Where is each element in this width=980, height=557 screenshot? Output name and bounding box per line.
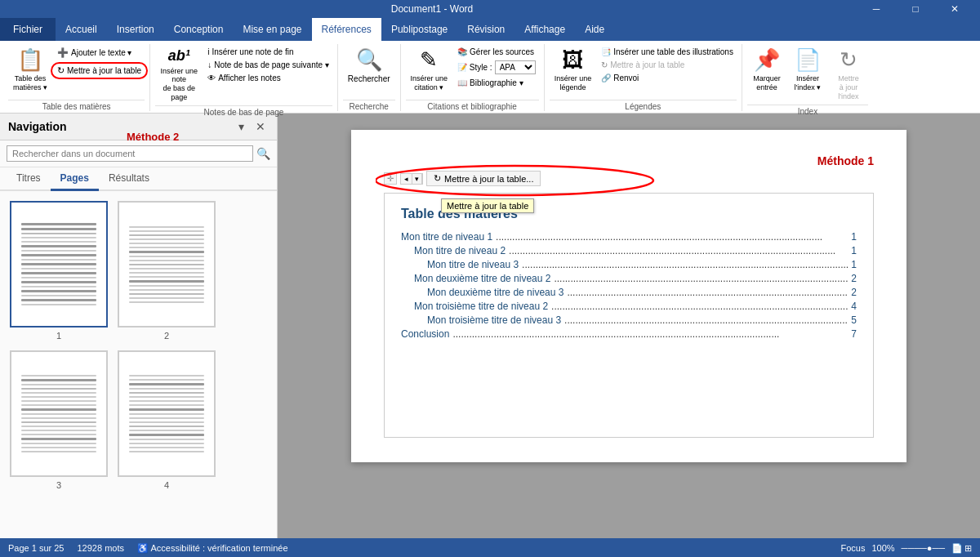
- zoom-slider[interactable]: ────●──: [902, 543, 945, 553]
- marquer-icon: 📌: [754, 47, 780, 73]
- menu-affichage[interactable]: Affichage: [514, 18, 575, 41]
- ajouter-texte-button[interactable]: ➕ Ajouter le texte ▾: [54, 46, 145, 60]
- nav-close-button[interactable]: ✕: [252, 120, 269, 133]
- update-icon: ↻: [601, 60, 608, 69]
- menu-publipostage[interactable]: Publipostage: [381, 18, 457, 41]
- nav-tab-titres[interactable]: Titres: [7, 167, 51, 191]
- citations-group-label: Citations et bibliographie: [406, 100, 539, 111]
- maj-table-legendes-button[interactable]: ↻ Mettre à jour la table: [598, 59, 737, 71]
- maximize-button[interactable]: □: [897, 0, 934, 18]
- page-thumb-img-2: [118, 201, 216, 328]
- view-btn-2[interactable]: ⊞: [964, 543, 972, 554]
- style-dropdown[interactable]: APA: [495, 60, 536, 74]
- minimize-button[interactable]: ─: [858, 0, 895, 18]
- toc-entry-text: Mon troisième titre de niveau 3: [427, 314, 561, 326]
- mettre-a-jour-table-button-ribbon[interactable]: ↻ Mettre à jour la table: [54, 64, 145, 78]
- menu-mise-en-page[interactable]: Mise en page: [233, 18, 311, 41]
- renvoi-button[interactable]: 🔗 Renvoi: [598, 72, 737, 84]
- gerer-sources-button[interactable]: 📚 Gérer les sources: [454, 46, 539, 58]
- toc-move-handle[interactable]: ✛: [384, 172, 397, 185]
- eye-icon: 👁: [207, 74, 216, 82]
- toc-entry-text: Mon titre de niveau 3: [427, 259, 519, 270]
- nav-tab-pages[interactable]: Pages: [51, 167, 99, 191]
- view-buttons: 📄 ⊞: [951, 543, 972, 554]
- toc-entry: Mon deuxième titre de niveau 2..........…: [401, 273, 857, 284]
- toc-tooltip: Mettre à jour la table: [441, 198, 534, 213]
- table-matieres-button[interactable]: 📋 Table desmatières ▾: [8, 46, 52, 94]
- mettre-a-jour-table-doc-button[interactable]: ↻ Mettre à jour la table...: [426, 171, 541, 186]
- menu-fichier[interactable]: Fichier: [0, 18, 56, 41]
- index-icon: 📄: [795, 47, 821, 73]
- toc-entry: Mon troisième titre de niveau 3.........…: [401, 314, 857, 326]
- ribbon-group-notes: ab¹ Insérer une notede bas de page i Ins…: [150, 44, 338, 111]
- doc-update-label: Mettre à jour la table...: [444, 174, 533, 184]
- renvoi-icon: 🔗: [601, 74, 611, 82]
- page-thumb-1[interactable]: 1: [10, 201, 108, 341]
- toc-toolbar-container: ✛ ◂ ▾ ↻ Mettre à jour la table...: [384, 171, 874, 186]
- toc-entry-dots: ........................................…: [554, 273, 848, 284]
- citation-icon: ✎: [420, 47, 438, 73]
- menu-accueil[interactable]: Accueil: [56, 18, 107, 41]
- maj-index-button[interactable]: ↻ Mettreà jourl'index: [829, 46, 868, 103]
- toc-entry-text: Mon deuxième titre de niveau 3: [427, 287, 564, 298]
- index-group-label: Index: [747, 105, 868, 116]
- notes-group-label: Notes de bas de page: [155, 105, 332, 117]
- toc-entry-dots: ........................................…: [496, 231, 848, 243]
- table-icon: 📋: [17, 47, 43, 73]
- menu-references[interactable]: Références: [312, 18, 381, 41]
- toc-entry-dots: ........................................…: [551, 301, 848, 312]
- search-btn[interactable]: 🔍: [256, 147, 270, 160]
- menu-conception[interactable]: Conception: [164, 18, 234, 41]
- nav-tab-resultats[interactable]: Résultats: [99, 167, 159, 191]
- page-thumb-2[interactable]: 2: [118, 201, 216, 341]
- page-num-3: 3: [56, 480, 61, 490]
- page-thumb-4[interactable]: 4: [118, 350, 216, 490]
- insert-legende-button[interactable]: 🖼 Insérer unelégende: [550, 46, 597, 94]
- document-area[interactable]: Méthode 1 ✛ ◂ ▾ ↻ Mettre à jour la table…: [278, 114, 980, 538]
- style-select-btn[interactable]: 📝 Style : APA: [454, 59, 539, 76]
- menu-revision[interactable]: Révision: [457, 18, 514, 41]
- page-thumb-img-1: [10, 201, 108, 328]
- view-btn-1[interactable]: 📄: [951, 543, 963, 554]
- toc-entry-text: Mon troisième titre de niveau 2: [414, 301, 548, 312]
- main-layout: Navigation ▾ ✕ 🔍 Titres Pages Résultats: [0, 114, 980, 538]
- toc-nav-prev[interactable]: ◂: [401, 174, 412, 184]
- nav-pages-grid: 1: [0, 191, 277, 500]
- nav-collapse-button[interactable]: ▾: [233, 120, 249, 133]
- insert-index-button[interactable]: 📄 Insérerl'index ▾: [788, 46, 827, 94]
- toc-entry-text: Conclusion: [401, 328, 449, 340]
- page-num-4: 4: [164, 480, 169, 490]
- insert-citation-button[interactable]: ✎ Insérer unecitation ▾: [406, 46, 453, 94]
- menu-insertion[interactable]: Insertion: [107, 18, 164, 41]
- menu-aide[interactable]: Aide: [575, 18, 614, 41]
- toc-entry: Mon troisième titre de niveau 2.........…: [401, 301, 857, 312]
- insert-table-illustrations-button[interactable]: 📑 Insérer une table des illustrations: [598, 46, 737, 58]
- note-icon: ab¹: [168, 47, 190, 65]
- nav-search-input[interactable]: [7, 145, 253, 162]
- word-count: 12928 mots: [78, 543, 124, 553]
- nav-title: Navigation: [8, 120, 67, 133]
- afficher-notes-button[interactable]: 👁 Afficher les notes: [204, 72, 332, 84]
- toc-entry: Mon titre de niveau 3...................…: [401, 259, 857, 270]
- close-button[interactable]: ✕: [936, 0, 973, 18]
- toc-entries: Mon titre de niveau 1...................…: [401, 231, 857, 340]
- toc-nav-arrows: ◂ ▾: [400, 173, 423, 185]
- marquer-entree-button[interactable]: 📌 Marquerentrée: [747, 46, 786, 94]
- page-thumb-3[interactable]: 3: [10, 350, 108, 490]
- methode2-label: Méthode 2: [127, 131, 179, 143]
- toc-entry-page: 4: [851, 301, 857, 312]
- bibliographie-button[interactable]: 📖 Bibliographie ▾: [454, 77, 539, 89]
- toc-nav-dropdown[interactable]: ▾: [412, 174, 422, 184]
- rechercher-button[interactable]: 🔍 Rechercher: [343, 46, 395, 86]
- toc-entry-page: 7: [851, 328, 857, 340]
- doc-update-icon: ↻: [434, 173, 441, 184]
- accessibility-info: ♿ Accessibilité : vérification terminée: [137, 543, 288, 554]
- note-suivante-button[interactable]: ↓ Note de bas de page suivante ▾: [204, 59, 332, 71]
- document-page: Méthode 1 ✛ ◂ ▾ ↻ Mettre à jour la table…: [351, 130, 906, 462]
- nav-search-row: 🔍: [0, 140, 277, 167]
- toc-entry: Mon deuxième titre de niveau 3..........…: [401, 287, 857, 298]
- insert-note-button[interactable]: ab¹ Insérer une notede bas de page: [155, 46, 203, 104]
- toc-entry-dots: ........................................…: [567, 287, 848, 298]
- insert-note-fin-button[interactable]: i Insérer une note de fin: [204, 46, 332, 58]
- toc-entry: Mon titre de niveau 2...................…: [401, 245, 857, 256]
